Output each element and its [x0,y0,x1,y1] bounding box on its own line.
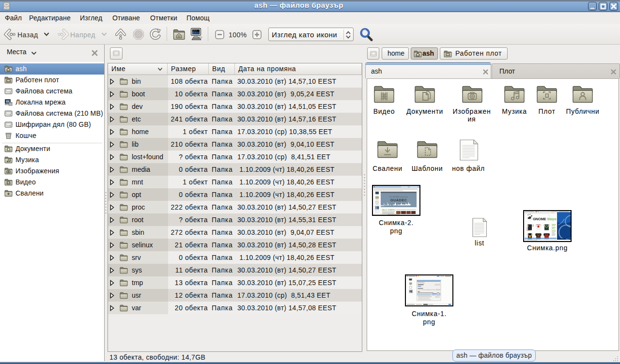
svg-text:GUADEC: GUADEC [390,198,407,202]
svg-text:About GUADEC: About GUADEC [382,209,395,211]
svg-text:July 24-30th, 2010: July 24-30th, 2010 [391,203,406,205]
svg-text:GNOME: GNOME [533,217,546,221]
svg-text:Store: Store [547,217,557,221]
